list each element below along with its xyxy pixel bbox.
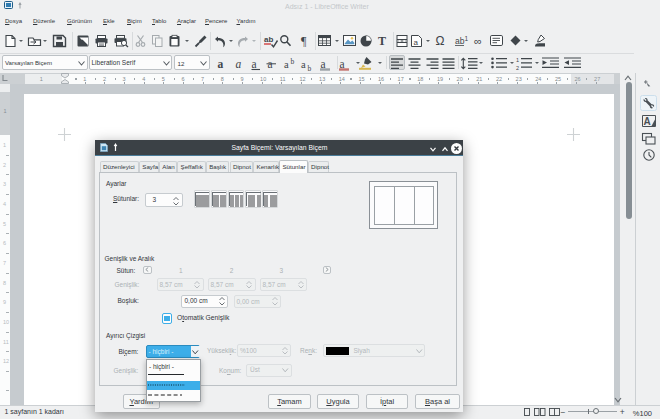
svg-text:a: a — [414, 38, 419, 47]
svg-text:T: T — [378, 34, 386, 48]
svg-text:a: a — [301, 58, 306, 69]
svg-text:¶: ¶ — [301, 34, 307, 48]
svg-text:1: 1 — [465, 35, 469, 42]
svg-text:1: 1 — [516, 57, 519, 63]
svg-text:a: a — [320, 57, 325, 69]
svg-text:a: a — [218, 57, 224, 69]
svg-text:a: a — [235, 57, 241, 69]
svg-text:a: a — [340, 57, 345, 69]
svg-text:A: A — [644, 116, 651, 127]
svg-text:ab: ab — [264, 35, 273, 44]
svg-text:b: b — [308, 63, 312, 72]
svg-text:2: 2 — [516, 65, 519, 71]
svg-text:b: b — [291, 56, 295, 65]
svg-text:∞: ∞ — [474, 35, 482, 47]
svg-text:a: a — [284, 58, 289, 69]
svg-text:a: a — [251, 57, 256, 69]
svg-text:Ω: Ω — [436, 34, 445, 48]
svg-text:ab: ab — [455, 36, 465, 46]
